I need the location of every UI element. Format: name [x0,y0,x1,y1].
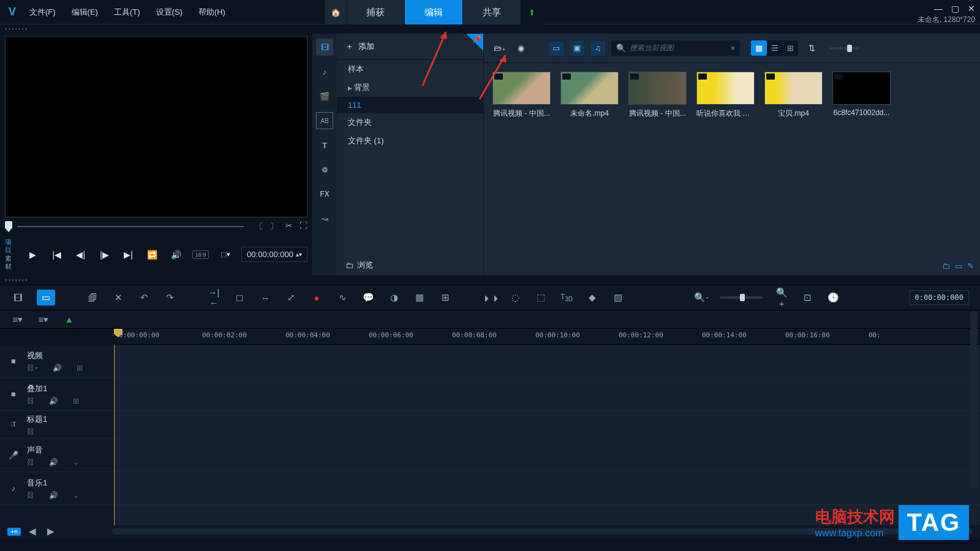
link-icon[interactable]: ⛓ [27,397,34,405]
menu-tools[interactable]: 工具(T) [108,4,146,20]
track-opt3[interactable]: ▲ [62,314,76,324]
track-opt1[interactable]: ≡▾ [11,314,24,325]
upload-icon[interactable]: ⬆ [521,0,543,24]
scrub-marker[interactable] [5,221,12,232]
mute-icon[interactable]: 🔊 [49,491,58,500]
track-title[interactable]: ᵢT 标题1⛓ [0,411,113,439]
preview-mode[interactable]: 项目素材 [5,238,17,271]
track-overlay[interactable]: ■ 叠加1⛓🔊⊞ [0,378,113,411]
capture-snapshot-button[interactable]: ◉ [513,41,528,56]
voice-track-icon[interactable]: 🎤 [6,451,21,460]
lock-icon[interactable]: ⊞ [77,364,83,372]
storyboard-view-button[interactable]: 🎞 [11,293,24,303]
resize-button[interactable]: ⤢ [284,292,298,303]
crop-button[interactable]: ◻ [233,292,246,303]
tab-share[interactable]: 共享 [463,0,521,24]
media-panel-button[interactable]: 🎞 [316,39,333,56]
clear-search-button[interactable]: × [731,44,735,53]
volume-button[interactable]: 🔊 [168,246,184,263]
stabilize-button[interactable]: ⬚ [534,292,548,303]
menu-settings[interactable]: 设置(S) [150,4,189,20]
next-frame-button[interactable]: |▶ [97,246,112,263]
pin-icon[interactable]: 📌 [472,35,481,43]
title-panel-button[interactable]: AB [316,112,333,129]
aspect-ratio[interactable]: 16:9 [192,250,209,259]
add-track-button[interactable]: +≡ [7,528,21,536]
mask-button[interactable]: ◆ [586,292,599,303]
menu-edit[interactable]: 编辑(E) [66,4,104,20]
track-video[interactable]: ■ 视频⛓▾🔊⊞ [0,345,113,378]
overlay-track-icon[interactable]: ■ [6,389,21,399]
prev-frame-button[interactable]: ◀| [73,246,88,263]
drag-handle-mid[interactable]: ••••••• [0,276,980,285]
track-voice[interactable]: 🎤 声音⛓🔊⌄ [0,439,113,472]
audio-panel-button[interactable]: ♪ [316,63,333,80]
zoom-in-button[interactable]: 🔍+ [775,287,788,309]
filter-photo-button[interactable]: ▣ [570,41,584,56]
goto-start-button[interactable]: |◀ [49,246,64,263]
lib-folder-icon[interactable]: 🗀 [942,261,950,271]
menu-help[interactable]: 帮助(H) [192,4,232,20]
lib-card-icon[interactable]: ▭ [955,261,962,271]
tab-edit[interactable]: 编辑 [405,0,463,24]
menu-file[interactable]: 文件(F) [23,4,62,20]
preview-screen[interactable] [5,36,307,217]
media-item[interactable]: 6c8fc471002dd... [832,72,891,119]
browse-button[interactable]: 🗀浏览 [345,260,373,271]
goto-end-button[interactable]: ▶| [121,246,136,263]
media-item[interactable]: 未命名.mp4 [560,72,619,119]
maximize-button[interactable]: ▢ [950,2,960,15]
expand-icon[interactable]: ⌄ [73,491,79,500]
media-item[interactable]: 腾讯视频 - 中国... [492,72,551,119]
media-item[interactable]: 听说你喜欢我 第... [696,72,755,119]
resize-preview-icon[interactable]: ⬚▾ [217,246,233,263]
graphic-panel-button[interactable]: ❁ [316,161,333,178]
tree-111[interactable]: 111 [337,97,483,113]
redo-button[interactable]: ↷ [163,292,176,303]
close-button[interactable]: ✕ [967,2,976,15]
scroll-right-button[interactable]: ▶ [44,526,58,537]
play-button[interactable]: ▶ [26,246,41,263]
mute-icon[interactable]: 🔊 [53,364,62,372]
sort-button[interactable]: ⇅ [804,41,819,56]
zoom-slider[interactable] [720,296,763,299]
home-tab[interactable]: 🏠 [325,0,347,24]
tree-folder-1[interactable]: 文件夹 (1) [337,132,483,150]
thumb-size-slider[interactable] [830,47,859,50]
media-item[interactable]: 腾讯视频 - 中国... [628,72,687,119]
vertical-scrollbar[interactable] [970,311,978,489]
expand-icon[interactable]: ⌄ [73,458,79,467]
timeline-timecode[interactable]: 0:00:00:000 [910,290,969,305]
mark-in-icon[interactable]: 〔 [255,221,263,232]
filter-audio-button[interactable]: ♫ [590,41,605,56]
transition-panel-button[interactable]: 🎬 [316,88,333,105]
timeline-ruler[interactable]: 0:00:00:00 00:00:02:00 00:00:04:00 00:00… [114,329,980,345]
video-track-icon[interactable]: ■ [6,356,21,365]
fx-panel-button[interactable]: FX [316,186,333,203]
color-button[interactable]: ▨ [611,292,625,303]
3d-title-button[interactable]: T3D [560,293,573,302]
scroll-left-button[interactable]: ◀ [26,526,39,537]
multi-view-button[interactable]: ⊞ [439,292,452,303]
text-panel-button[interactable]: T [316,137,333,154]
scrub-track[interactable] [17,226,244,227]
link-icon[interactable]: ⛓▾ [27,364,38,372]
speed-button[interactable]: ⏵⏵ [483,293,496,303]
copy-attr-button[interactable]: 🗐 [86,293,99,303]
tree-sample[interactable]: 样本 [337,60,483,78]
view-thumb-button[interactable]: ▦ [751,40,767,56]
timeline-view-button[interactable]: ▭ [37,290,55,305]
overlay-button[interactable]: ◑ [387,292,401,303]
track-music[interactable]: ♪ 音乐1⛓🔊⌄ [0,472,113,505]
fit-clip-button[interactable]: →|← [207,287,221,308]
filter-video-button[interactable]: ▭ [549,41,564,56]
link-icon[interactable]: ⛓ [27,491,34,500]
lib-edit-icon[interactable]: ✎ [967,261,974,271]
zoom-out-button[interactable]: 🔍- [694,292,707,303]
tools-button[interactable]: ✕ [111,292,125,303]
audio-mix-button[interactable]: ∿ [336,292,349,303]
title-track-icon[interactable]: ᵢT [6,421,21,429]
track-opt2[interactable]: ≡▾ [37,314,50,325]
preview-timecode[interactable]: 00:00:00:000▴▾ [241,247,307,262]
fit-timeline-button[interactable]: ⊡ [801,292,814,303]
